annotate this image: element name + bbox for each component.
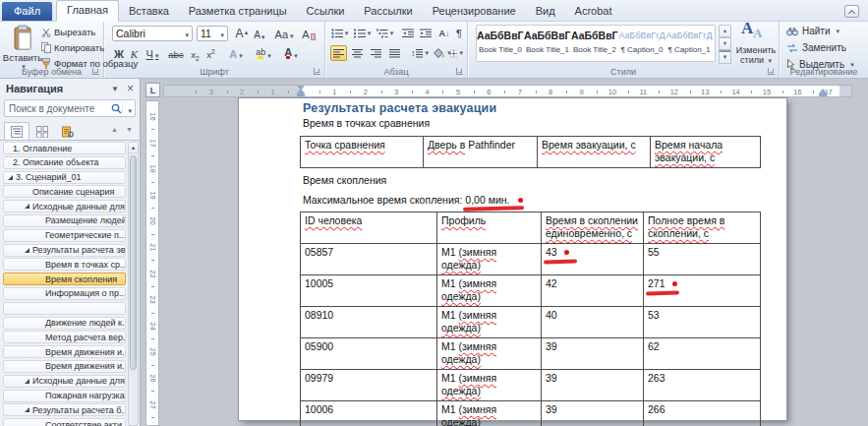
underline-button[interactable]: Ч xyxy=(143,45,162,61)
nav-item[interactable]: Соответствие акти xyxy=(3,418,126,426)
change-case-button[interactable]: Аа xyxy=(273,26,295,41)
nav-item[interactable]: Время движения и... xyxy=(3,345,126,358)
gallery-scroll-up-icon[interactable]: ▲ xyxy=(719,25,731,37)
increase-indent-button[interactable] xyxy=(418,26,434,41)
style-book-title-0[interactable]: АаБбВвГг,Book Title_0 xyxy=(477,30,524,61)
tab-review[interactable]: Рецензирование xyxy=(423,2,526,21)
line-spacing-button[interactable]: ↕ xyxy=(409,45,431,61)
nav-item[interactable]: Геометрические п... xyxy=(3,229,126,242)
nav-item[interactable]: Время движения и... xyxy=(3,360,126,373)
nav-item[interactable]: Метод расчета вер... xyxy=(3,331,126,343)
replace-button[interactable]: Заменить xyxy=(786,42,846,53)
collapse-ribbon-button[interactable] xyxy=(844,5,859,18)
italic-button[interactable]: К xyxy=(128,45,141,61)
paragraph-group-label: Абзац xyxy=(325,67,467,77)
clipboard-dialog-launcher-icon[interactable] xyxy=(92,68,99,75)
copy-button[interactable]: Копировать xyxy=(41,42,104,53)
decrease-indent-button[interactable] xyxy=(400,26,416,41)
nav-item[interactable]: Время в точках ср... xyxy=(3,258,126,271)
nav-item[interactable]: Размещение людей xyxy=(3,214,126,227)
styles-dialog-launcher-icon[interactable] xyxy=(768,68,775,75)
shrink-font-button[interactable]: А▼ xyxy=(253,26,267,41)
font-size-select[interactable]: 11 xyxy=(197,26,228,41)
navpane-options-icon[interactable]: ▼ xyxy=(111,85,119,93)
search-options-chevron-icon[interactable] xyxy=(126,99,132,117)
subscript-button[interactable]: x2 xyxy=(188,45,203,61)
tab-mailings[interactable]: Рассылки xyxy=(354,2,422,21)
tab-browse-headings[interactable] xyxy=(4,122,29,141)
style-book-title-1[interactable]: АаБбВвГг,Book Title_1 xyxy=(524,30,571,61)
numbering-button[interactable] xyxy=(353,26,372,41)
search-input[interactable] xyxy=(5,103,111,114)
tab-file[interactable]: Файл xyxy=(2,2,52,21)
nav-item[interactable]: 3. Сценарий_01 xyxy=(3,171,126,184)
left-indent-marker[interactable] xyxy=(297,93,305,96)
previous-heading-icon[interactable]: ▲ xyxy=(111,126,118,133)
nav-item[interactable]: Результаты расчета эв... xyxy=(3,244,126,257)
multilevel-list-button[interactable] xyxy=(376,26,394,41)
font-dialog-launcher-icon[interactable] xyxy=(314,68,320,75)
superscript-button[interactable]: x2 xyxy=(203,45,218,61)
cut-button[interactable]: Вырезать xyxy=(41,27,95,37)
align-right-button[interactable] xyxy=(368,45,384,61)
bullets-button[interactable] xyxy=(330,26,349,41)
tab-home[interactable]: Главная xyxy=(56,0,119,22)
shading-button[interactable] xyxy=(434,45,451,61)
table-cell: М1 (зимняя одежда) xyxy=(437,307,542,338)
align-center-button[interactable] xyxy=(349,45,366,61)
style-book-title-2[interactable]: АаБбВвГг,Book Title_2 xyxy=(571,30,618,61)
nav-item[interactable] xyxy=(3,302,126,315)
nav-item[interactable]: 2. Описание объекта xyxy=(3,156,126,169)
grow-font-button[interactable]: А▲ xyxy=(234,26,251,41)
expand-triangle-icon[interactable] xyxy=(8,175,13,180)
style-caption-1[interactable]: АаБбВвГгД¶ Caption_1 xyxy=(665,30,713,61)
ruler-tick xyxy=(151,234,154,235)
next-heading-icon[interactable]: ▼ xyxy=(126,126,133,133)
search-icon[interactable] xyxy=(111,103,122,114)
find-button[interactable]: Найти xyxy=(786,26,839,36)
strikethrough-button[interactable]: abc xyxy=(166,45,186,61)
expand-triangle-icon[interactable] xyxy=(25,248,29,253)
expand-triangle-icon[interactable] xyxy=(25,204,29,209)
font-name-select[interactable]: Calibri xyxy=(112,26,193,41)
nav-item[interactable]: Время скопления xyxy=(3,273,126,285)
clear-formatting-button[interactable]: А xyxy=(301,26,317,41)
tab-references[interactable]: Ссылки xyxy=(297,2,355,21)
tab-page-layout[interactable]: Разметка страницы xyxy=(179,2,297,21)
tab-stop-selector[interactable]: L xyxy=(145,83,160,97)
nav-item[interactable]: 1. Оглавление xyxy=(3,142,126,154)
style-caption-0[interactable]: АаБбВвГгД¶ Caption_0 xyxy=(618,30,665,61)
scrollbar-thumb[interactable] xyxy=(130,155,137,370)
sort-button[interactable]: А↓ xyxy=(436,26,452,41)
scroll-up-icon[interactable]: ▲ xyxy=(129,143,138,153)
font-color-button[interactable]: А xyxy=(279,45,303,61)
highlight-color-button[interactable]: ab xyxy=(252,45,275,61)
nav-item[interactable]: Результаты расчета б... xyxy=(3,403,126,416)
text-effects-button[interactable]: А xyxy=(226,45,246,61)
align-left-button[interactable] xyxy=(330,45,347,61)
justify-button[interactable] xyxy=(386,45,403,61)
gallery-more-icon[interactable]: ▼ xyxy=(719,50,731,64)
tab-insert[interactable]: Вставка xyxy=(119,2,179,21)
document-page[interactable]: Результаты расчета эвакуации Время в точ… xyxy=(239,98,786,420)
paragraph-dialog-launcher-icon[interactable] xyxy=(456,68,463,75)
show-paragraph-marks-button[interactable]: ¶ xyxy=(452,26,466,41)
tab-browse-results[interactable] xyxy=(55,122,81,141)
navpane-scrollbar: ▲ xyxy=(128,142,139,426)
nav-item[interactable]: Движение людей к... xyxy=(3,317,126,330)
nav-item[interactable]: Исходные данные для... xyxy=(3,200,126,213)
nav-item[interactable]: Описание сценария xyxy=(3,185,126,198)
gallery-scroll-down-icon[interactable]: ▼ xyxy=(719,37,731,50)
tab-browse-pages[interactable] xyxy=(29,122,55,141)
nav-item[interactable]: Исходные данные для... xyxy=(3,375,126,388)
tab-acrobat[interactable]: Acrobat xyxy=(565,2,622,21)
expand-triangle-icon[interactable] xyxy=(25,407,29,412)
nav-item[interactable]: Информация о пр... xyxy=(3,287,126,300)
borders-button[interactable] xyxy=(450,45,463,61)
table-header-cell: ID человека xyxy=(301,213,437,244)
expand-triangle-icon[interactable] xyxy=(25,379,29,384)
navpane-close-icon[interactable]: × xyxy=(127,82,134,95)
bold-button[interactable]: Ж xyxy=(112,45,126,61)
nav-item[interactable]: Пожарная нагрузка xyxy=(3,390,126,402)
tab-view[interactable]: Вид xyxy=(526,2,565,21)
